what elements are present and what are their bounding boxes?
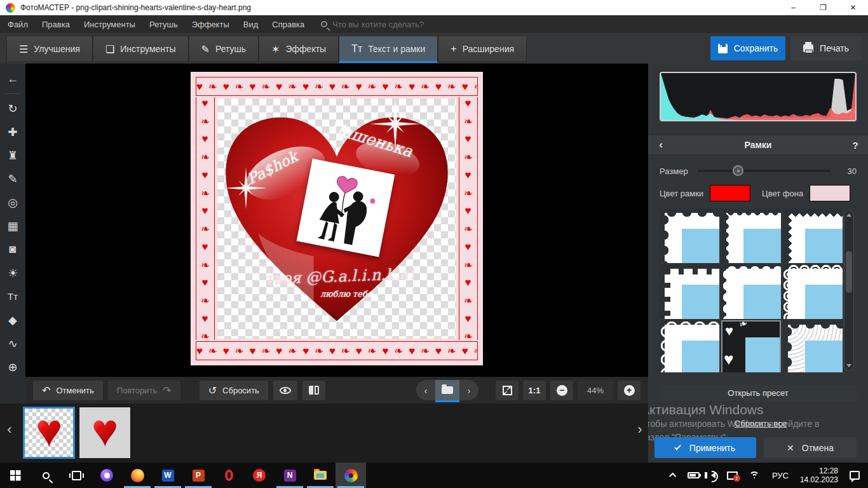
scroll-down-arrow[interactable]: [846, 364, 851, 367]
love-text: люблю тебя: [305, 289, 388, 299]
color-controls: Цвет рамки Цвет фона: [660, 184, 857, 202]
frame-preset-stamp-zigzag[interactable]: [783, 208, 843, 263]
taskbar-onenote-icon[interactable]: N: [275, 463, 305, 488]
reset-button[interactable]: ↺ Сбросить: [200, 381, 268, 400]
radial-filter-tool-icon[interactable]: ◎: [0, 191, 25, 214]
menu-файл[interactable]: Файл: [8, 20, 28, 29]
frame-preset-lace-mandala[interactable]: [783, 320, 843, 372]
help-search[interactable]: Что вы хотите сделать?: [321, 20, 424, 29]
menu-правка[interactable]: Правка: [42, 20, 70, 29]
frame-color-swatch[interactable]: [710, 185, 750, 201]
open-preset-button[interactable]: Открыть пресет: [660, 385, 857, 401]
text-tool-tool-icon[interactable]: Tт: [0, 285, 25, 308]
cancel-button[interactable]: ✕ Отмена: [764, 437, 857, 458]
menu-справка[interactable]: Справка: [272, 20, 304, 29]
thumbnail-heart-selected[interactable]: ♥: [23, 407, 75, 459]
taskbar-alice-icon[interactable]: [92, 463, 122, 488]
menu-вид[interactable]: Вид: [243, 20, 259, 29]
open-folder-button[interactable]: [435, 380, 459, 400]
bg-color-swatch[interactable]: [810, 185, 850, 201]
apply-button[interactable]: Применить: [654, 437, 756, 458]
zoom-in-button[interactable]: +: [618, 381, 641, 400]
action-center-icon[interactable]: [845, 463, 864, 488]
frame-preset-stamp-scallop-large[interactable]: [660, 208, 719, 263]
wifi-icon[interactable]: [745, 463, 765, 488]
save-button[interactable]: Сохранить: [710, 36, 785, 60]
restore-button[interactable]: ❐: [808, 0, 838, 15]
menu-ретушь[interactable]: Ретушь: [149, 20, 178, 29]
size-slider[interactable]: [698, 170, 831, 172]
check-icon: [674, 444, 681, 451]
distortion-globe-tool-icon[interactable]: ⊕: [0, 355, 25, 379]
clock[interactable]: 12:28 14.02.2023: [796, 463, 843, 488]
taskbar-firefox-icon[interactable]: [122, 463, 153, 488]
taskbar-powerpoint-icon[interactable]: P: [183, 463, 214, 488]
frames-scrollbar[interactable]: [844, 210, 854, 371]
frame-preset-stamp-scallop-small[interactable]: [721, 208, 781, 263]
tab-расширения[interactable]: +Расширения: [438, 36, 527, 62]
display-notification-icon[interactable]: !: [722, 463, 742, 488]
filmstrip-right-arrow[interactable]: ›: [634, 421, 646, 438]
reset-all-link[interactable]: Сбросить все: [735, 419, 787, 428]
scrollbar-thumb[interactable]: [846, 251, 852, 293]
undo-button[interactable]: ↶ Отменить: [33, 381, 103, 400]
preview-original-button[interactable]: [273, 381, 297, 400]
language-indicator[interactable]: РУС: [768, 463, 793, 488]
taskbar-yandex-browser-icon[interactable]: Я: [244, 463, 275, 488]
explorer-icon: [314, 471, 327, 480]
tab-эффекты[interactable]: ✶Эффекты: [259, 36, 339, 62]
menu-эффекты[interactable]: Эффекты: [192, 20, 229, 29]
panel-help-button[interactable]: ?: [843, 140, 868, 151]
previous-photo-button[interactable]: ‹: [416, 385, 435, 396]
volume-icon[interactable]: [707, 463, 720, 488]
filmstrip-left-arrow[interactable]: ‹: [4, 421, 15, 438]
tab-ретушь[interactable]: ✎Ретушь: [189, 36, 259, 62]
minimize-button[interactable]: –: [778, 0, 808, 15]
panel-back-button[interactable]: ‹: [648, 139, 674, 151]
clone-stamp-tool-icon[interactable]: ♜: [0, 144, 25, 167]
frame-preset-ornament-circles[interactable]: [660, 320, 719, 372]
taskbar-word-icon[interactable]: W: [153, 463, 183, 488]
rotate-tool-icon[interactable]: ↻: [0, 97, 25, 120]
taskbar-start-icon[interactable]: [0, 463, 31, 488]
frames-panel: ‹ Рамки ? Размер 30 Цвет рамки Цвет фона…: [648, 64, 868, 403]
battery-icon[interactable]: [683, 463, 704, 488]
taskbar-explorer-icon[interactable]: [305, 463, 336, 488]
back-tool-icon[interactable]: ←: [0, 67, 25, 91]
taskbar-search-icon[interactable]: [31, 463, 61, 488]
sun-light-tool-icon[interactable]: ☀: [0, 261, 25, 285]
print-button[interactable]: Печать: [790, 36, 862, 60]
redo-button[interactable]: Повторить ↷: [108, 381, 180, 400]
graduated-filter-tool-icon[interactable]: ▦: [0, 214, 25, 238]
image-canvas[interactable]: ♥ ❧ ♥ ❧ ♥ ❧ ♥ ❧ ♥ ❧ ♥ ❧ ♥ ❧ ♥ ❧ ♥ ❧ ♥ ❧ …: [25, 64, 648, 377]
thumbnail-heart-2[interactable]: ♥: [79, 407, 131, 459]
windows-taskbar: WPЯN ! РУС 12:28 14.02.2023: [0, 463, 868, 488]
powerpoint-icon: P: [193, 470, 205, 482]
before-after-button[interactable]: [302, 381, 325, 400]
taskbar-opera-icon[interactable]: [214, 463, 244, 488]
zoom-out-button[interactable]: −: [550, 381, 573, 400]
frame-preset-stamp-blocks[interactable]: [660, 264, 719, 319]
alice-icon: [100, 469, 113, 482]
actual-size-button[interactable]: 1:1: [523, 381, 546, 400]
tray-chevron-icon[interactable]: [667, 463, 681, 488]
taskbar-task-view-icon[interactable]: [61, 463, 92, 488]
frame-preset-heart-swirls[interactable]: ♥❧♥: [721, 320, 781, 372]
close-button[interactable]: ✕: [838, 0, 868, 15]
frame-preset-lace-doily[interactable]: [783, 264, 843, 319]
menu-инструменты[interactable]: Инструменты: [84, 20, 135, 29]
next-photo-button[interactable]: ›: [459, 385, 478, 396]
fill-color-tool-icon[interactable]: ◆: [0, 308, 25, 332]
vignette-tool-icon[interactable]: ◙: [0, 238, 25, 261]
frame-preset-lace-rings[interactable]: [721, 264, 781, 319]
tab-текст-и-рамки[interactable]: TтТекст и рамки: [339, 36, 438, 62]
fit-to-screen-button[interactable]: [496, 381, 519, 400]
healing-patch-tool-icon[interactable]: ✚: [0, 120, 25, 144]
tab-улучшения[interactable]: ☰Улучшения: [6, 36, 93, 62]
tab-инструменты[interactable]: ❏Инструменты: [93, 36, 189, 62]
size-slider-thumb[interactable]: [733, 165, 743, 176]
brush-tool-icon[interactable]: ✎: [0, 167, 25, 191]
taskbar-photomaster-icon[interactable]: [336, 463, 366, 488]
change-background-tool-icon[interactable]: ∿: [0, 332, 25, 355]
scroll-up-arrow[interactable]: [846, 214, 851, 217]
